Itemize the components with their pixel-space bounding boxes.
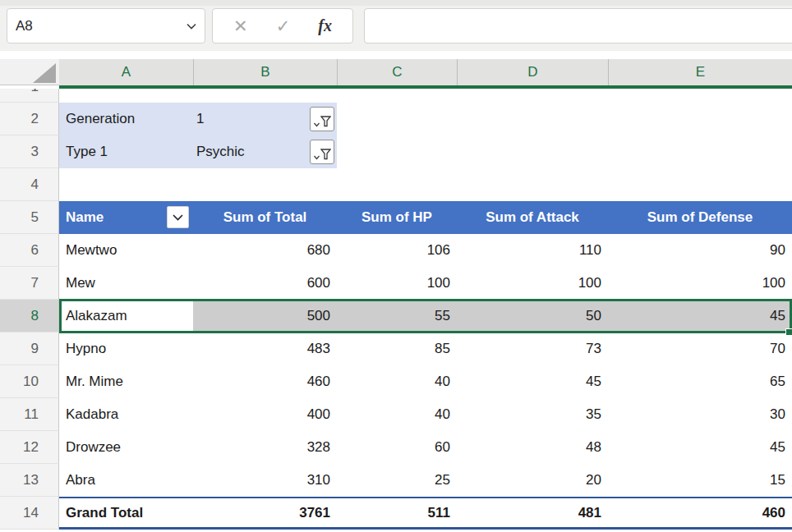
cell[interactable] <box>608 89 792 103</box>
cell[interactable] <box>337 135 457 168</box>
cell[interactable] <box>457 135 608 168</box>
type1-filter-dropdown-button[interactable] <box>310 140 334 164</box>
insert-function-icon[interactable]: fx <box>318 16 332 35</box>
grand-total-hp[interactable]: 511 <box>337 497 457 530</box>
cell-defense[interactable]: 30 <box>608 398 792 431</box>
cell-defense[interactable]: 100 <box>608 267 792 300</box>
cell-defense[interactable]: 90 <box>608 234 792 267</box>
row-number-8[interactable]: 8 <box>0 300 59 332</box>
pivot-header-sum-of-hp[interactable]: Sum of HP <box>337 201 457 234</box>
cell-total[interactable]: 600 <box>193 267 337 300</box>
row-number-14[interactable]: 14 <box>0 497 59 530</box>
active-cell-a8[interactable]: Alakazam <box>59 300 193 332</box>
cell-name[interactable]: Kadabra <box>59 398 193 431</box>
row-number-11[interactable]: 11 <box>0 398 59 431</box>
cell-attack[interactable]: 110 <box>457 234 608 267</box>
name-box[interactable]: A8 <box>7 8 205 44</box>
cell-hp[interactable]: 100 <box>337 267 457 300</box>
row-number-10[interactable]: 10 <box>0 365 59 398</box>
cell-attack[interactable]: 35 <box>457 398 608 431</box>
row-number-13[interactable]: 13 <box>0 464 59 497</box>
formula-input[interactable] <box>364 8 792 44</box>
name-filter-dropdown-button[interactable] <box>167 206 189 228</box>
cell-hp[interactable]: 85 <box>337 332 457 365</box>
cell[interactable] <box>193 89 337 103</box>
pivot-header-sum-of-defense[interactable]: Sum of Defense <box>608 201 792 234</box>
cell-defense[interactable]: 70 <box>608 332 792 365</box>
row-number-1[interactable]: 1 <box>0 89 59 103</box>
cell-total[interactable]: 500 <box>193 300 337 332</box>
column-header-d[interactable]: D <box>457 59 608 85</box>
row-number-12[interactable]: 12 <box>0 431 59 464</box>
cell[interactable] <box>193 168 337 201</box>
generation-filter-dropdown-button[interactable] <box>310 107 334 131</box>
cell-hp[interactable]: 55 <box>337 300 457 332</box>
cell-hp[interactable]: 40 <box>337 398 457 431</box>
cell-total[interactable]: 483 <box>193 332 337 365</box>
cell[interactable] <box>457 103 608 135</box>
cell-hp[interactable]: 60 <box>337 431 457 464</box>
cell-attack[interactable]: 100 <box>457 267 608 300</box>
cell[interactable] <box>608 103 792 135</box>
cell[interactable] <box>337 89 457 103</box>
row-number-4[interactable]: 4 <box>0 168 59 201</box>
grand-total-total[interactable]: 3761 <box>193 497 337 530</box>
grand-total-defense[interactable]: 460 <box>608 497 792 530</box>
column-header-c[interactable]: C <box>337 59 457 85</box>
cell-name[interactable]: Abra <box>59 464 193 497</box>
cell-hp[interactable]: 106 <box>337 234 457 267</box>
cell-attack[interactable]: 50 <box>457 300 608 332</box>
pivot-header-name[interactable]: Name <box>59 201 193 234</box>
cancel-icon[interactable]: ✕ <box>233 17 248 34</box>
cell-name[interactable]: Mew <box>59 267 193 300</box>
cell-total[interactable]: 400 <box>193 398 337 431</box>
cell-total[interactable]: 310 <box>193 464 337 497</box>
cell-attack[interactable]: 20 <box>457 464 608 497</box>
filter-label-type1[interactable]: Type 1 <box>59 135 193 168</box>
row-number-5[interactable]: 5 <box>0 201 59 234</box>
cell[interactable] <box>59 89 193 103</box>
confirm-icon[interactable]: ✓ <box>276 17 291 34</box>
cell-total[interactable]: 680 <box>193 234 337 267</box>
cell-name[interactable]: Drowzee <box>59 431 193 464</box>
cell[interactable] <box>337 168 457 201</box>
cell[interactable] <box>457 89 608 103</box>
filter-value-generation[interactable]: 1 <box>193 103 337 135</box>
grand-total-attack[interactable]: 481 <box>457 497 608 530</box>
cell-defense[interactable]: 65 <box>608 365 792 398</box>
cell-defense[interactable]: 15 <box>608 464 792 497</box>
cell-defense[interactable]: 45 <box>608 431 792 464</box>
cell-name[interactable]: Mewtwo <box>59 234 193 267</box>
grand-total-label[interactable]: Grand Total <box>59 497 193 530</box>
cell-hp[interactable]: 40 <box>337 365 457 398</box>
cell[interactable] <box>608 135 792 168</box>
select-all-corner[interactable] <box>0 59 59 85</box>
cell[interactable] <box>59 168 193 201</box>
column-header-b[interactable]: B <box>193 59 337 85</box>
cell-name[interactable]: Mr. Mime <box>59 365 193 398</box>
cell-defense[interactable]: 45 <box>608 300 792 332</box>
cell-hp[interactable]: 25 <box>337 464 457 497</box>
row-number-9[interactable]: 9 <box>0 332 59 365</box>
row-number-7[interactable]: 7 <box>0 267 59 300</box>
cell-total[interactable]: 328 <box>193 431 337 464</box>
filter-value-type1[interactable]: Psychic <box>193 135 337 168</box>
row-number-3[interactable]: 3 <box>0 135 59 168</box>
row-number-2[interactable]: 2 <box>0 103 59 135</box>
cell-total[interactable]: 460 <box>193 365 337 398</box>
column-header-a[interactable]: A <box>59 59 193 85</box>
cell[interactable] <box>337 103 457 135</box>
column-header-e[interactable]: E <box>608 59 792 85</box>
cell-attack[interactable]: 48 <box>457 431 608 464</box>
cell-attack[interactable]: 45 <box>457 365 608 398</box>
row-number-6[interactable]: 6 <box>0 234 59 267</box>
pivot-header-sum-of-total[interactable]: Sum of Total <box>193 201 337 234</box>
cell[interactable] <box>608 168 792 201</box>
pivot-header-sum-of-attack[interactable]: Sum of Attack <box>457 201 608 234</box>
cell-name[interactable]: Hypno <box>59 332 193 365</box>
filter-label-generation[interactable]: Generation <box>59 103 193 135</box>
chevron-down-icon[interactable] <box>186 23 196 30</box>
cell-attack[interactable]: 73 <box>457 332 608 365</box>
cell[interactable] <box>457 168 608 201</box>
table-row: 11 Kadabra 400 40 35 30 <box>0 398 792 431</box>
